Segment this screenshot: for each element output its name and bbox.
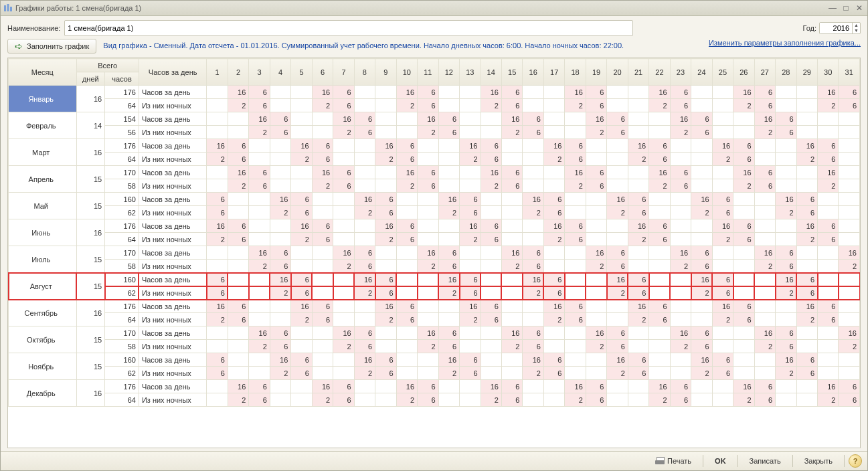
cell[interactable]: [607, 313, 628, 326]
cell[interactable]: 2: [501, 340, 522, 353]
cell[interactable]: [291, 179, 312, 193]
cell[interactable]: [291, 112, 312, 126]
cell[interactable]: 16: [649, 86, 670, 99]
cell[interactable]: [754, 193, 775, 206]
cell[interactable]: [691, 219, 712, 233]
cell[interactable]: 16: [501, 112, 522, 126]
cell[interactable]: 6: [628, 286, 648, 300]
cell[interactable]: [418, 286, 438, 300]
cell[interactable]: 6: [523, 326, 543, 340]
cell[interactable]: [754, 206, 775, 219]
col-day-4[interactable]: 4: [270, 59, 290, 86]
cell[interactable]: [501, 206, 522, 219]
cell[interactable]: [523, 233, 543, 246]
cell[interactable]: [543, 112, 564, 126]
cell[interactable]: [523, 86, 543, 99]
cell[interactable]: 6: [565, 153, 586, 166]
cell[interactable]: [776, 179, 796, 193]
cell[interactable]: [523, 179, 543, 193]
cell[interactable]: [249, 139, 270, 153]
month-cell[interactable]: Май: [9, 193, 77, 219]
cell[interactable]: 6: [270, 246, 290, 260]
cell[interactable]: [818, 193, 839, 206]
cell[interactable]: [776, 166, 796, 179]
cell[interactable]: 16: [818, 166, 839, 179]
cell[interactable]: [354, 313, 375, 326]
night-total-cell[interactable]: 64: [105, 233, 139, 246]
cell[interactable]: [460, 126, 481, 139]
cell[interactable]: 2: [628, 233, 648, 246]
cell[interactable]: 6: [481, 233, 501, 246]
cell[interactable]: [249, 233, 270, 246]
cell[interactable]: [228, 326, 248, 340]
cell[interactable]: [481, 246, 501, 260]
cell[interactable]: 16: [438, 353, 459, 367]
cell[interactable]: 2: [691, 206, 712, 219]
cell[interactable]: [375, 86, 396, 99]
cell[interactable]: 6: [207, 353, 228, 367]
cell[interactable]: 16: [839, 326, 860, 340]
cell[interactable]: 6: [270, 340, 290, 353]
cell[interactable]: [796, 86, 817, 99]
cell[interactable]: 6: [607, 326, 628, 340]
cell[interactable]: [312, 260, 333, 273]
cell[interactable]: 16: [796, 219, 817, 233]
cell[interactable]: [354, 233, 375, 246]
cell[interactable]: [438, 313, 459, 326]
cell[interactable]: [628, 380, 648, 393]
cell[interactable]: 16: [796, 139, 817, 153]
cell[interactable]: [291, 380, 312, 393]
cell[interactable]: [354, 99, 375, 112]
cell[interactable]: 2: [586, 340, 606, 353]
cell[interactable]: 2: [333, 340, 354, 353]
cell[interactable]: [839, 166, 860, 179]
cell[interactable]: [354, 139, 375, 153]
cell[interactable]: 2: [733, 179, 754, 193]
cell[interactable]: 6: [207, 367, 228, 380]
cell[interactable]: 2: [712, 313, 733, 326]
cell[interactable]: [543, 179, 564, 193]
cell[interactable]: [733, 112, 754, 126]
cell[interactable]: [733, 206, 754, 219]
cell[interactable]: [396, 193, 417, 206]
cell[interactable]: [270, 99, 290, 112]
cell[interactable]: 6: [501, 166, 522, 179]
days-cell[interactable]: 16: [76, 86, 105, 112]
col-day-7[interactable]: 7: [333, 59, 354, 86]
cell[interactable]: [249, 206, 270, 219]
cell[interactable]: 2: [565, 99, 586, 112]
cell[interactable]: [333, 353, 354, 367]
cell[interactable]: [375, 126, 396, 139]
cell[interactable]: 16: [523, 353, 543, 367]
cell[interactable]: [249, 153, 270, 166]
cell[interactable]: [543, 86, 564, 99]
cell[interactable]: [543, 326, 564, 340]
cell[interactable]: [460, 246, 481, 260]
cell[interactable]: [565, 367, 586, 380]
cell[interactable]: [818, 273, 839, 286]
cell[interactable]: 6: [733, 300, 754, 313]
cell[interactable]: [481, 353, 501, 367]
cell[interactable]: 2: [691, 367, 712, 380]
cell[interactable]: [249, 273, 270, 286]
cell[interactable]: [670, 139, 691, 153]
col-day-14[interactable]: 14: [481, 59, 501, 86]
cell[interactable]: 6: [776, 340, 796, 353]
cell[interactable]: 16: [460, 300, 481, 313]
cell[interactable]: 2: [291, 153, 312, 166]
cell[interactable]: [438, 179, 459, 193]
days-cell[interactable]: 16: [76, 380, 105, 407]
cell[interactable]: 16: [249, 246, 270, 260]
cell[interactable]: 6: [481, 313, 501, 326]
cell[interactable]: [628, 166, 648, 179]
col-day-5[interactable]: 5: [291, 59, 312, 86]
cell[interactable]: [438, 153, 459, 166]
cell[interactable]: [586, 206, 606, 219]
cell[interactable]: 6: [796, 273, 817, 286]
cell[interactable]: [565, 112, 586, 126]
cell[interactable]: [228, 126, 248, 139]
cell[interactable]: [249, 193, 270, 206]
cell[interactable]: [523, 166, 543, 179]
cell[interactable]: [270, 139, 290, 153]
cell[interactable]: [291, 86, 312, 99]
